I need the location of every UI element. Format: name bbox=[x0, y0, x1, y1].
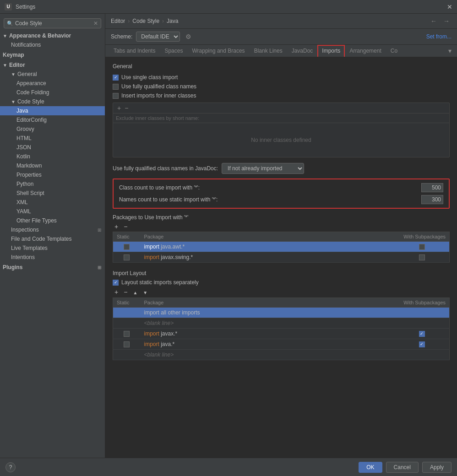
move-up-button[interactable] bbox=[131, 288, 139, 296]
add-package-button[interactable]: + bbox=[113, 223, 120, 230]
static-cell bbox=[113, 242, 141, 252]
blank-line-label: <blank line> bbox=[144, 352, 174, 358]
layout-static-checkbox[interactable] bbox=[113, 280, 119, 286]
set-from-link[interactable]: Set from... bbox=[426, 33, 452, 40]
sidebar-item-editor[interactable]: ▼Editor bbox=[0, 60, 105, 70]
sidebar-item-code-style[interactable]: ▼Code Style bbox=[0, 97, 105, 106]
sidebar-item-inspections[interactable]: Inspections⊞ bbox=[0, 225, 105, 234]
ok-button[interactable]: OK bbox=[359, 462, 382, 473]
static-checkbox[interactable] bbox=[124, 331, 130, 337]
tab-javadoc[interactable]: JavaDoc bbox=[287, 45, 318, 58]
sidebar-item-code-folding[interactable]: Code Folding bbox=[0, 88, 105, 97]
add-exclude-button[interactable]: + bbox=[116, 104, 122, 112]
tab-co[interactable]: Co bbox=[386, 45, 402, 58]
import-keyword: import bbox=[144, 341, 159, 347]
back-button[interactable]: ← bbox=[429, 17, 439, 25]
apply-button[interactable]: Apply bbox=[422, 462, 452, 473]
sidebar-item-html[interactable]: HTML bbox=[0, 134, 105, 143]
table-row[interactable]: <blank line> bbox=[113, 318, 450, 329]
remove-exclude-button[interactable]: − bbox=[123, 104, 130, 112]
search-box[interactable]: 🔍 ✕ bbox=[4, 18, 101, 28]
expand-icon: ▼ bbox=[11, 99, 16, 104]
add-layout-button[interactable]: + bbox=[113, 288, 120, 296]
fully-qualified-checkbox[interactable] bbox=[113, 84, 119, 90]
sidebar-item-shell-script[interactable]: Shell Script bbox=[0, 189, 105, 198]
insert-imports-inner-checkbox[interactable] bbox=[113, 93, 119, 99]
sidebar-item-java[interactable]: Java bbox=[0, 106, 105, 115]
sidebar-item-kotlin[interactable]: Kotlin bbox=[0, 152, 105, 161]
sidebar-item-appearance-behavior[interactable]: ▼Appearance & Behavior bbox=[0, 31, 105, 40]
sidebar-item-file-code-templates[interactable]: File and Code Templates bbox=[0, 234, 105, 243]
scheme-gear-button[interactable]: ⚙ bbox=[184, 32, 193, 41]
sidebar-item-editorconfig[interactable]: EditorConfig bbox=[0, 115, 105, 124]
sidebar-item-appearance[interactable]: Appearance bbox=[0, 79, 105, 88]
subpackages-cell bbox=[395, 350, 450, 360]
static-cell bbox=[113, 252, 141, 263]
breadcrumb-editor[interactable]: Editor bbox=[111, 18, 125, 24]
tab-wrapping-braces[interactable]: Wrapping and Braces bbox=[187, 45, 249, 58]
sidebar-item-yaml[interactable]: YAML bbox=[0, 207, 105, 216]
insert-imports-inner-label: Insert imports for inner classes bbox=[121, 92, 196, 99]
search-clear-button[interactable]: ✕ bbox=[93, 20, 98, 27]
breadcrumb: Editor › Code Style › Java ← → bbox=[105, 14, 457, 29]
table-row[interactable]: import javax.* bbox=[113, 329, 450, 339]
sidebar-item-notifications[interactable]: Notifications bbox=[0, 40, 105, 49]
breadcrumb-java[interactable]: Java bbox=[167, 18, 178, 24]
table-row[interactable]: import java.* bbox=[113, 339, 450, 350]
tab-arrangement[interactable]: Arrangement bbox=[345, 45, 386, 58]
forward-button[interactable]: → bbox=[441, 17, 452, 25]
breadcrumb-sep-1: › bbox=[128, 18, 130, 24]
help-button[interactable]: ? bbox=[5, 462, 16, 472]
import-pkg: javax.swing.* bbox=[161, 254, 193, 260]
names-count-input[interactable] bbox=[421, 195, 443, 204]
move-down-button[interactable] bbox=[141, 288, 149, 296]
tab-imports[interactable]: Imports bbox=[317, 45, 345, 58]
static-checkbox[interactable] bbox=[124, 341, 130, 347]
subpackages-checkbox[interactable] bbox=[419, 244, 425, 250]
import-keyword: import bbox=[144, 254, 159, 260]
package-cell: import java.awt.* bbox=[141, 242, 395, 252]
breadcrumb-code-style[interactable]: Code Style bbox=[132, 18, 159, 24]
class-count-input[interactable] bbox=[421, 183, 443, 192]
bottom-bar: ? OK Cancel Apply bbox=[0, 458, 457, 476]
javadoc-row: Use fully qualified class names in JavaD… bbox=[113, 163, 450, 174]
sidebar-item-groovy[interactable]: Groovy bbox=[0, 124, 105, 134]
tab-spaces[interactable]: Spaces bbox=[160, 45, 187, 58]
general-section-title: General bbox=[113, 63, 450, 70]
tab-tabs-indents[interactable]: Tabs and Indents bbox=[109, 45, 160, 58]
javadoc-select[interactable]: If not already imported Always Never bbox=[222, 163, 304, 174]
sidebar-item-general[interactable]: ▼General bbox=[0, 70, 105, 79]
close-button[interactable]: ✕ bbox=[447, 3, 452, 11]
sidebar-item-intentions[interactable]: Intentions bbox=[0, 253, 105, 262]
sidebar-item-properties[interactable]: Properties bbox=[0, 170, 105, 179]
sidebar: 🔍 ✕ ▼Appearance & Behavior Notifications… bbox=[0, 14, 105, 458]
remove-layout-button[interactable]: − bbox=[122, 288, 129, 296]
sidebar-item-json[interactable]: JSON bbox=[0, 143, 105, 152]
remove-package-button[interactable]: − bbox=[122, 223, 129, 230]
static-cell bbox=[113, 329, 141, 339]
subpackages-checkbox[interactable] bbox=[419, 331, 425, 337]
sidebar-item-keymap[interactable]: Keymap bbox=[0, 50, 105, 60]
scheme-select[interactable]: Default IDE bbox=[136, 32, 180, 42]
table-row[interactable]: import java.awt.* bbox=[113, 242, 450, 252]
layout-table: Static Package With Subpackages import a… bbox=[113, 298, 450, 360]
sidebar-item-other-file-types[interactable]: Other File Types bbox=[0, 216, 105, 225]
subpackages-checkbox[interactable] bbox=[419, 254, 425, 260]
tab-blank-lines[interactable]: Blank Lines bbox=[250, 45, 287, 58]
table-row[interactable]: <blank line> bbox=[113, 350, 450, 360]
static-checkbox[interactable] bbox=[124, 254, 130, 260]
single-class-import-checkbox[interactable] bbox=[113, 75, 119, 81]
subpackages-checkbox[interactable] bbox=[419, 341, 425, 347]
cancel-button[interactable]: Cancel bbox=[386, 462, 419, 473]
table-row[interactable]: import javax.swing.* bbox=[113, 252, 450, 263]
sidebar-item-python[interactable]: Python bbox=[0, 179, 105, 189]
sidebar-item-plugins[interactable]: Plugins⊞ bbox=[0, 263, 105, 272]
search-input[interactable] bbox=[15, 20, 93, 27]
tabs-more-button[interactable]: ▾ bbox=[446, 45, 453, 56]
sidebar-item-markdown[interactable]: Markdown bbox=[0, 161, 105, 170]
static-checkbox[interactable] bbox=[124, 244, 130, 250]
single-class-import-row: Use single class import bbox=[113, 74, 450, 81]
sidebar-item-live-templates[interactable]: Live Templates bbox=[0, 243, 105, 253]
sidebar-item-xml[interactable]: XML bbox=[0, 198, 105, 207]
table-row[interactable]: import all other imports bbox=[113, 308, 450, 318]
